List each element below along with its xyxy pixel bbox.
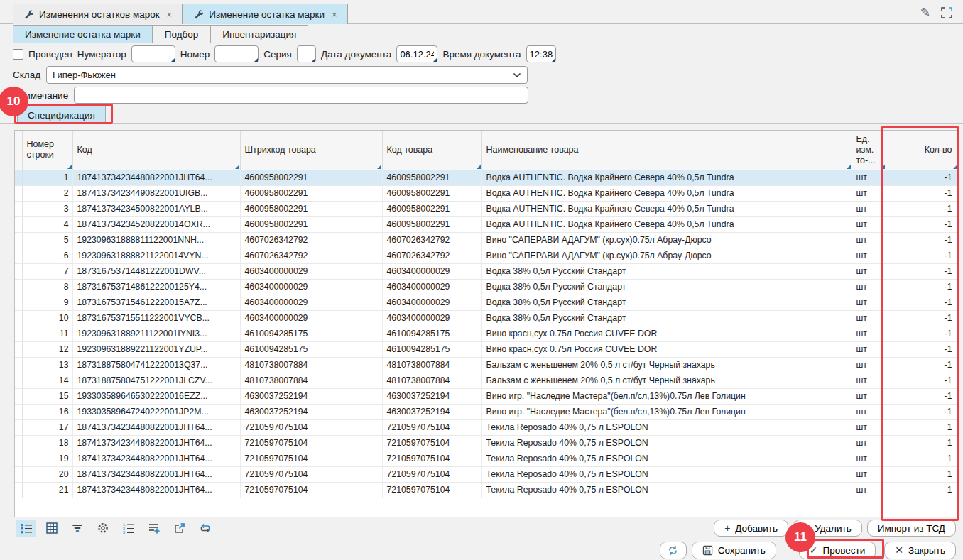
table-cell[interactable]: Водка 38% 0,5л Русский Стандарт [482, 295, 852, 310]
table-row[interactable]: 16193303589647240222001JP2M...4630037252… [15, 404, 957, 419]
table-cell[interactable]: 4810738007884 [382, 357, 482, 373]
table-cell[interactable]: 19 [22, 451, 72, 466]
table-cell[interactable]: Водка AUTHENTIC. Водка Крайнего Севера 4… [482, 185, 852, 201]
table-cell[interactable]: 8 [22, 279, 72, 295]
close-tab-icon[interactable]: × [167, 9, 173, 20]
doc-date-input[interactable] [396, 45, 437, 62]
table-cell[interactable]: 4600958002291 [240, 201, 382, 216]
table-cell[interactable]: шт [852, 263, 886, 279]
column-header[interactable]: Код товара [382, 131, 482, 170]
table-cell[interactable]: 4600958002291 [382, 170, 482, 185]
table-cell[interactable]: Вино игр. "Наследие Мастера"(бел.п/сл,13… [482, 388, 852, 404]
delete-button[interactable]: −Удалить [793, 520, 862, 537]
table-cell[interactable]: 4607026342792 [382, 232, 482, 248]
table-cell[interactable]: шт [852, 201, 886, 216]
table-cell[interactable]: 14 [22, 373, 72, 388]
table-cell[interactable]: шт [852, 357, 886, 373]
table-cell[interactable]: 4600958002291 [382, 216, 482, 232]
table-cell[interactable]: -1 [886, 357, 957, 373]
table-cell[interactable]: 187316753714481222001DWV... [72, 263, 240, 279]
table-cell[interactable]: 7210597075104 [382, 482, 482, 498]
doc-time-input[interactable] [526, 45, 556, 62]
table-cell[interactable]: 7210597075104 [240, 451, 382, 466]
window-tab-mark-change[interactable]: Изменение остатка марки × [183, 4, 347, 24]
row-selector[interactable] [15, 263, 22, 279]
table-cell[interactable]: Текила Reposado 40% 0,75 л ESPOLON [482, 451, 852, 466]
table-cell[interactable]: 18 [22, 435, 72, 451]
table-cell[interactable]: 9 [22, 295, 72, 310]
table-cell[interactable]: -1 [886, 232, 957, 248]
table-cell[interactable]: Вино красн,сух 0.75л Россия CUVEE DOR [482, 341, 852, 357]
edit-pencil-icon[interactable]: ✎ [920, 5, 930, 20]
series-input[interactable] [297, 45, 316, 62]
table-row[interactable]: 91873167537154612220015A7Z...46034000000… [15, 295, 957, 310]
close-tab-icon[interactable]: × [332, 9, 337, 20]
table-cell[interactable]: 4603400000029 [240, 279, 382, 295]
table-cell[interactable]: -1 [886, 388, 957, 404]
table-cell[interactable]: 1 [886, 451, 957, 466]
table-cell[interactable]: 4630037252194 [240, 388, 382, 404]
table-cell[interactable]: 7210597075104 [240, 466, 382, 482]
table-cell[interactable]: 4603400000029 [382, 310, 482, 326]
row-selector[interactable] [15, 248, 22, 263]
table-cell[interactable]: 7210597075104 [240, 435, 382, 451]
table-cell[interactable]: Водка AUTHENTIC. Водка Крайнего Севера 4… [482, 170, 852, 185]
table-cell[interactable]: -1 [886, 373, 957, 388]
table-cell[interactable]: -1 [886, 279, 957, 295]
table-cell[interactable]: 1 [886, 435, 957, 451]
table-cell[interactable]: 2 [22, 185, 72, 201]
table-cell[interactable]: 4603400000029 [382, 279, 482, 295]
table-cell[interactable]: 187318875804751222001JLCZV... [72, 373, 240, 388]
fullscreen-icon[interactable] [940, 6, 953, 19]
table-cell[interactable]: 192309631889221122001YZUP... [72, 341, 240, 357]
table-cell[interactable]: 7210597075104 [240, 482, 382, 498]
table-cell[interactable]: шт [852, 295, 886, 310]
settings-gear-icon[interactable] [92, 520, 113, 537]
table-row[interactable]: 19187413734234480822001JHT64...721059707… [15, 451, 957, 466]
row-selector[interactable] [15, 388, 22, 404]
table-cell[interactable]: -1 [886, 404, 957, 419]
table-cell[interactable]: 4603400000029 [240, 295, 382, 310]
table-cell[interactable]: 187413734234500822001AYLB... [72, 201, 240, 216]
row-selector[interactable] [15, 373, 22, 388]
table-cell[interactable]: -1 [886, 295, 957, 310]
table-cell[interactable]: Водка 38% 0,5л Русский Стандарт [482, 310, 852, 326]
table-cell[interactable]: 187413734234480822001JHT64... [72, 466, 240, 482]
filter-icon[interactable] [67, 520, 87, 537]
row-selector[interactable] [15, 451, 22, 466]
number-input[interactable] [214, 45, 259, 62]
table-cell[interactable]: 4607026342792 [240, 248, 382, 263]
table-cell[interactable]: 7210597075104 [382, 435, 482, 451]
table-cell[interactable]: Вино красн,сух 0.75л Россия CUVEE DOR [482, 326, 852, 341]
table-cell[interactable]: 192309631888811122001NNH... [72, 232, 240, 248]
table-cell[interactable]: -1 [886, 170, 957, 185]
table-cell[interactable]: шт [852, 482, 886, 498]
table-cell[interactable]: -1 [886, 263, 957, 279]
table-cell[interactable]: 21 [22, 482, 72, 498]
close-button[interactable]: ✕Закрыть [884, 542, 956, 559]
table-row[interactable]: 818731675371486122200125Y4...46034000000… [15, 279, 957, 295]
table-cell[interactable]: 187316753715511222001VYCB... [72, 310, 240, 326]
table-cell[interactable]: 4603400000029 [382, 295, 482, 310]
row-selector[interactable] [15, 295, 22, 310]
table-cell[interactable]: шт [852, 466, 886, 482]
table-cell[interactable]: Текила Reposado 40% 0,75 л ESPOLON [482, 482, 852, 498]
table-cell[interactable]: 187413734234480822001JHT64... [72, 419, 240, 435]
table-cell[interactable]: шт [852, 170, 886, 185]
column-header[interactable]: Код [72, 131, 240, 170]
refresh-button[interactable] [660, 542, 687, 559]
table-cell[interactable]: -1 [886, 248, 957, 263]
table-cell[interactable]: 4810738007884 [382, 373, 482, 388]
table-cell[interactable]: Водка 38% 0,5л Русский Стандарт [482, 263, 852, 279]
table-cell[interactable]: 4610094285175 [382, 326, 482, 341]
row-selector[interactable] [15, 185, 22, 201]
table-cell[interactable]: Бальзам с женьшенем 20% 0,5 л ст/бут Чер… [482, 357, 852, 373]
table-cell[interactable]: Вино "САПЕРАВИ АДАГУМ" (кр.сух)0.75л Абр… [482, 248, 852, 263]
table-cell[interactable]: 4603400000029 [382, 263, 482, 279]
table-row[interactable]: 12192309631889221122001YZUP...4610094285… [15, 341, 957, 357]
table-cell[interactable]: 1933035896465302220016EZZ... [72, 388, 240, 404]
table-cell[interactable]: шт [852, 279, 886, 295]
table-cell[interactable]: -1 [886, 185, 957, 201]
table-cell[interactable]: шт [852, 435, 886, 451]
reload-icon[interactable] [195, 520, 215, 537]
